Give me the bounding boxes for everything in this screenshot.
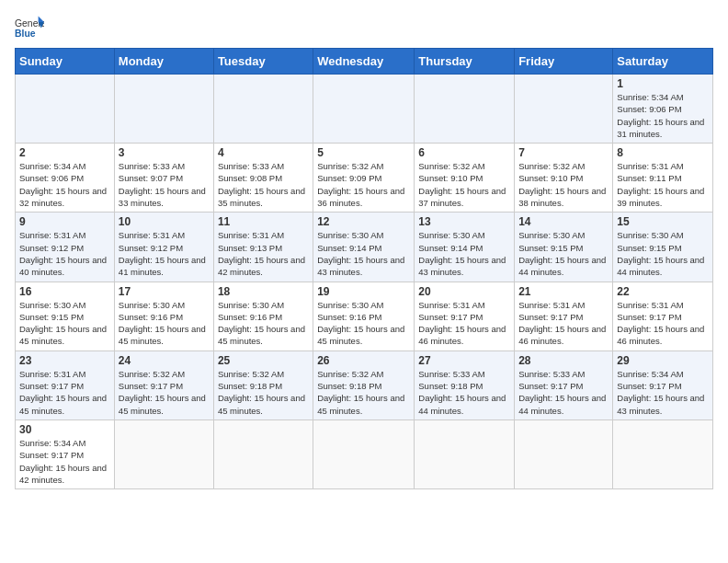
day-info: Sunrise: 5:30 AM Sunset: 9:15 PM Dayligh… (19, 299, 110, 348)
day-number: 4 (218, 146, 309, 159)
day-info: Sunrise: 5:31 AM Sunset: 9:13 PM Dayligh… (218, 229, 309, 278)
day-info: Sunrise: 5:34 AM Sunset: 9:06 PM Dayligh… (19, 160, 110, 209)
day-info: Sunrise: 5:31 AM Sunset: 9:12 PM Dayligh… (119, 229, 210, 278)
calendar-week-row: 23Sunrise: 5:31 AM Sunset: 9:17 PM Dayli… (16, 350, 713, 419)
calendar-day-header: Saturday (613, 49, 713, 75)
day-info: Sunrise: 5:30 AM Sunset: 9:15 PM Dayligh… (518, 229, 609, 278)
day-info: Sunrise: 5:31 AM Sunset: 9:17 PM Dayligh… (518, 299, 609, 348)
calendar-day-cell: 18Sunrise: 5:30 AM Sunset: 9:16 PM Dayli… (213, 282, 313, 350)
day-number: 7 (518, 146, 609, 159)
calendar-day-cell: 17Sunrise: 5:30 AM Sunset: 9:16 PM Dayli… (114, 282, 213, 350)
calendar-day-cell: 14Sunrise: 5:30 AM Sunset: 9:15 PM Dayli… (515, 213, 613, 282)
calendar-day-cell: 25Sunrise: 5:32 AM Sunset: 9:18 PM Dayli… (213, 350, 313, 419)
calendar-day-header: Tuesday (213, 49, 313, 75)
calendar-day-header: Wednesday (313, 49, 415, 75)
calendar-day-cell: 20Sunrise: 5:31 AM Sunset: 9:17 PM Dayli… (415, 282, 515, 350)
calendar-day-cell (16, 75, 115, 144)
calendar-day-cell (313, 75, 415, 144)
day-info: Sunrise: 5:34 AM Sunset: 9:17 PM Dayligh… (617, 368, 709, 417)
day-number: 22 (617, 285, 709, 298)
day-info: Sunrise: 5:32 AM Sunset: 9:18 PM Dayligh… (317, 368, 410, 417)
day-info: Sunrise: 5:31 AM Sunset: 9:12 PM Dayligh… (19, 229, 110, 278)
calendar-day-cell (213, 75, 313, 144)
day-info: Sunrise: 5:30 AM Sunset: 9:14 PM Dayligh… (418, 229, 510, 278)
day-number: 23 (19, 354, 110, 367)
day-number: 5 (317, 146, 410, 159)
day-info: Sunrise: 5:33 AM Sunset: 9:18 PM Dayligh… (418, 368, 510, 417)
calendar-day-cell: 10Sunrise: 5:31 AM Sunset: 9:12 PM Dayli… (114, 213, 213, 282)
day-number: 12 (317, 215, 410, 228)
day-info: Sunrise: 5:31 AM Sunset: 9:17 PM Dayligh… (19, 368, 110, 417)
day-info: Sunrise: 5:34 AM Sunset: 9:06 PM Dayligh… (617, 91, 709, 140)
calendar-day-cell: 30Sunrise: 5:34 AM Sunset: 9:17 PM Dayli… (16, 419, 115, 488)
calendar-day-header: Friday (515, 49, 613, 75)
logo: General Blue (15, 15, 44, 40)
calendar-day-cell (114, 75, 213, 144)
calendar-table: SundayMondayTuesdayWednesdayThursdayFrid… (15, 48, 713, 489)
calendar-day-cell: 22Sunrise: 5:31 AM Sunset: 9:17 PM Dayli… (613, 282, 713, 350)
calendar-day-cell: 9Sunrise: 5:31 AM Sunset: 9:12 PM Daylig… (16, 213, 115, 282)
day-number: 2 (19, 146, 110, 159)
calendar-week-row: 9Sunrise: 5:31 AM Sunset: 9:12 PM Daylig… (16, 213, 713, 282)
calendar-day-cell: 29Sunrise: 5:34 AM Sunset: 9:17 PM Dayli… (613, 350, 713, 419)
calendar-day-cell: 19Sunrise: 5:30 AM Sunset: 9:16 PM Dayli… (313, 282, 415, 350)
calendar-day-header: Monday (114, 49, 213, 75)
calendar-day-cell: 3Sunrise: 5:33 AM Sunset: 9:07 PM Daylig… (114, 144, 213, 213)
day-info: Sunrise: 5:30 AM Sunset: 9:16 PM Dayligh… (317, 299, 410, 348)
generalblue-logo-icon: General Blue (15, 15, 44, 40)
day-number: 1 (617, 77, 709, 90)
day-info: Sunrise: 5:32 AM Sunset: 9:17 PM Dayligh… (119, 368, 210, 417)
day-info: Sunrise: 5:33 AM Sunset: 9:07 PM Dayligh… (119, 160, 210, 209)
day-info: Sunrise: 5:32 AM Sunset: 9:10 PM Dayligh… (518, 160, 609, 209)
day-number: 9 (19, 215, 110, 228)
day-number: 26 (317, 354, 410, 367)
day-number: 25 (218, 354, 309, 367)
calendar-week-row: 30Sunrise: 5:34 AM Sunset: 9:17 PM Dayli… (16, 419, 713, 488)
page-header: General Blue (15, 15, 713, 40)
calendar-day-cell: 23Sunrise: 5:31 AM Sunset: 9:17 PM Dayli… (16, 350, 115, 419)
calendar-day-cell: 12Sunrise: 5:30 AM Sunset: 9:14 PM Dayli… (313, 213, 415, 282)
day-number: 29 (617, 354, 709, 367)
calendar-day-cell: 15Sunrise: 5:30 AM Sunset: 9:15 PM Dayli… (613, 213, 713, 282)
calendar-day-cell: 13Sunrise: 5:30 AM Sunset: 9:14 PM Dayli… (415, 213, 515, 282)
calendar-day-cell: 5Sunrise: 5:32 AM Sunset: 9:09 PM Daylig… (313, 144, 415, 213)
calendar-day-cell: 26Sunrise: 5:32 AM Sunset: 9:18 PM Dayli… (313, 350, 415, 419)
day-info: Sunrise: 5:33 AM Sunset: 9:17 PM Dayligh… (518, 368, 609, 417)
calendar-week-row: 2Sunrise: 5:34 AM Sunset: 9:06 PM Daylig… (16, 144, 713, 213)
calendar-day-cell: 28Sunrise: 5:33 AM Sunset: 9:17 PM Dayli… (515, 350, 613, 419)
calendar-day-cell (515, 419, 613, 488)
day-info: Sunrise: 5:32 AM Sunset: 9:10 PM Dayligh… (418, 160, 510, 209)
calendar-day-cell: 7Sunrise: 5:32 AM Sunset: 9:10 PM Daylig… (515, 144, 613, 213)
day-number: 16 (19, 285, 110, 298)
calendar-day-cell: 11Sunrise: 5:31 AM Sunset: 9:13 PM Dayli… (213, 213, 313, 282)
day-number: 24 (119, 354, 210, 367)
day-info: Sunrise: 5:33 AM Sunset: 9:08 PM Dayligh… (218, 160, 309, 209)
day-number: 14 (518, 215, 609, 228)
calendar-day-header: Thursday (415, 49, 515, 75)
day-number: 20 (418, 285, 510, 298)
svg-text:Blue: Blue (15, 29, 36, 39)
day-info: Sunrise: 5:30 AM Sunset: 9:14 PM Dayligh… (317, 229, 410, 278)
calendar-day-cell: 8Sunrise: 5:31 AM Sunset: 9:11 PM Daylig… (613, 144, 713, 213)
day-number: 19 (317, 285, 410, 298)
calendar-day-cell: 4Sunrise: 5:33 AM Sunset: 9:08 PM Daylig… (213, 144, 313, 213)
calendar-day-cell: 2Sunrise: 5:34 AM Sunset: 9:06 PM Daylig… (16, 144, 115, 213)
day-number: 21 (518, 285, 609, 298)
calendar-day-cell: 16Sunrise: 5:30 AM Sunset: 9:15 PM Dayli… (16, 282, 115, 350)
day-number: 15 (617, 215, 709, 228)
day-info: Sunrise: 5:31 AM Sunset: 9:17 PM Dayligh… (418, 299, 510, 348)
calendar-day-cell (313, 419, 415, 488)
calendar-day-cell (613, 419, 713, 488)
day-info: Sunrise: 5:31 AM Sunset: 9:11 PM Dayligh… (617, 160, 709, 209)
day-info: Sunrise: 5:32 AM Sunset: 9:18 PM Dayligh… (218, 368, 309, 417)
calendar-day-cell: 21Sunrise: 5:31 AM Sunset: 9:17 PM Dayli… (515, 282, 613, 350)
calendar-day-header: Sunday (16, 49, 115, 75)
calendar-day-cell: 1Sunrise: 5:34 AM Sunset: 9:06 PM Daylig… (613, 75, 713, 144)
day-number: 3 (119, 146, 210, 159)
calendar-day-cell: 24Sunrise: 5:32 AM Sunset: 9:17 PM Dayli… (114, 350, 213, 419)
day-number: 30 (19, 423, 110, 436)
calendar-day-cell (415, 75, 515, 144)
calendar-day-cell (515, 75, 613, 144)
calendar-day-cell (213, 419, 313, 488)
calendar-week-row: 1Sunrise: 5:34 AM Sunset: 9:06 PM Daylig… (16, 75, 713, 144)
